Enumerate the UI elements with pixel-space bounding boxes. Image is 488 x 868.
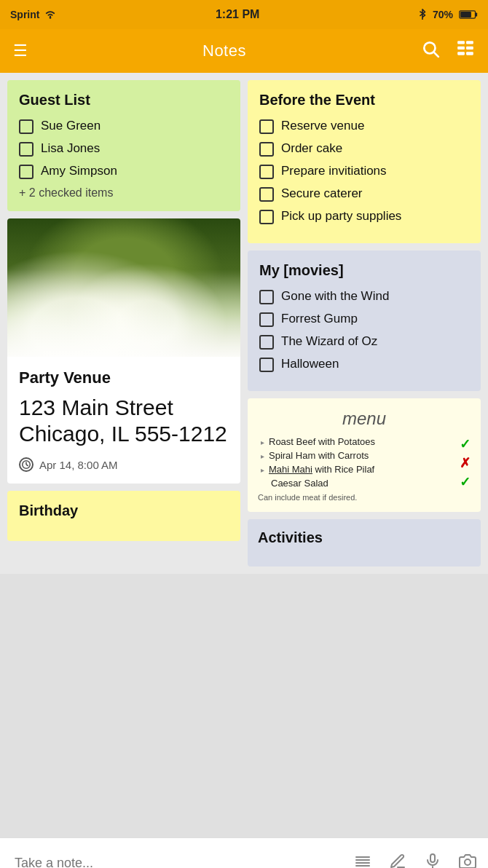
bluetooth-icon — [418, 9, 427, 20]
menu-item-mahi: Mahi Mahi with Rice Pilaf — [269, 464, 374, 475]
svg-line-15 — [26, 465, 28, 466]
menu-caesar: Caesar Salad — [258, 478, 455, 489]
movie-wizard-oz: The Wizard of Oz — [281, 334, 377, 349]
checkbox-pick-up-party-supplies[interactable] — [259, 210, 274, 224]
checkbox-gone-wind[interactable] — [259, 290, 274, 304]
party-venue-image-inner — [7, 218, 240, 357]
checkbox-reserve-venue[interactable] — [259, 119, 274, 134]
list-icon[interactable] — [354, 853, 371, 869]
menu-item-spiral-ham: Spiral Ham with Carrots — [269, 450, 369, 461]
bottom-icons — [354, 853, 476, 869]
before-event-card[interactable]: Before the Event Reserve venue Order cak… — [248, 80, 481, 243]
party-venue-title: Party Venue — [19, 368, 229, 387]
menu-bullet-1: ▸ — [261, 452, 264, 460]
status-left: Sprint — [10, 9, 57, 20]
svg-point-0 — [50, 17, 52, 19]
checkbox-prepare-invitations[interactable] — [259, 165, 274, 179]
svg-rect-3 — [476, 12, 478, 16]
svg-rect-8 — [466, 41, 473, 44]
checked-items-label: + 2 checked items — [19, 186, 229, 200]
battery-label: 70% — [433, 9, 453, 20]
movie-item-0[interactable]: Gone with the Wind — [259, 289, 469, 304]
movie-forrest-gump: Forrest Gump — [281, 312, 358, 326]
guest-list-card[interactable]: Guest List Sue Green Lisa Jones Amy Simp… — [7, 80, 240, 211]
pencil-icon[interactable] — [389, 853, 406, 869]
before-event-item-4[interactable]: Pick up party supplies — [259, 209, 469, 224]
before-event-pick-up: Pick up party supplies — [281, 209, 401, 224]
checkbox-halloween[interactable] — [259, 358, 274, 372]
checkbox-amy-simpson[interactable] — [19, 165, 34, 179]
grid-view-icon[interactable] — [456, 39, 475, 63]
before-event-reserve-venue: Reserve venue — [281, 119, 364, 133]
menu-check-green: ✓ — [460, 436, 471, 452]
toolbar: ☰ Notes — [0, 29, 488, 73]
before-event-item-1[interactable]: Order cake — [259, 141, 469, 157]
svg-line-6 — [434, 52, 438, 57]
party-venue-image — [7, 218, 240, 357]
party-venue-datetime: Apr 14, 8:00 AM — [39, 459, 118, 471]
checkbox-sue-green[interactable] — [19, 119, 34, 134]
battery-icon — [459, 9, 478, 20]
camera-icon[interactable] — [459, 853, 476, 869]
before-event-item-2[interactable]: Prepare invitiations — [259, 164, 469, 179]
svg-rect-4 — [460, 12, 471, 17]
guest-list-item-2[interactable]: Amy Simpson — [19, 164, 229, 179]
party-venue-time: Apr 14, 8:00 AM — [19, 457, 229, 472]
movie-item-3[interactable]: Halloween — [259, 357, 469, 372]
menu-title: menu — [258, 409, 471, 429]
left-column: Guest List Sue Green Lisa Jones Amy Simp… — [7, 80, 240, 567]
menu-icon[interactable]: ☰ — [13, 42, 28, 60]
menu-items-text: ▸ Roast Beef with Potatoes ▸ Spiral Ham … — [258, 436, 455, 490]
movie-item-2[interactable]: The Wizard of Oz — [259, 334, 469, 350]
take-note-input[interactable] — [12, 856, 354, 868]
activities-title: Activities — [258, 529, 471, 546]
menu-note: Can include meat if desired. — [258, 493, 471, 502]
search-icon[interactable] — [421, 39, 440, 63]
before-event-order-cake: Order cake — [281, 141, 342, 156]
activities-card[interactable]: Activities — [248, 519, 481, 567]
guest-list-title: Guest List — [19, 92, 229, 108]
party-venue-content: Party Venue 123 Main Street Chicago, IL … — [7, 357, 240, 484]
before-event-item-0[interactable]: Reserve venue — [259, 119, 469, 134]
status-time: 1:21 PM — [216, 8, 259, 21]
before-event-title: Before the Event — [259, 92, 469, 108]
menu-bullet-2: ▸ — [261, 466, 264, 474]
menu-row-0: ▸ Roast Beef with Potatoes ▸ Spiral Ham … — [258, 436, 471, 490]
svg-rect-9 — [457, 47, 465, 50]
party-venue-card[interactable]: Party Venue 123 Main Street Chicago, IL … — [7, 218, 240, 484]
my-movies-card[interactable]: My [movies] Gone with the Wind Forrest G… — [248, 250, 481, 391]
right-column: Before the Event Reserve venue Order cak… — [248, 80, 481, 567]
menu-bullet-0: ▸ — [261, 438, 264, 446]
notes-grid: Guest List Sue Green Lisa Jones Amy Simp… — [0, 73, 488, 574]
toolbar-title: Notes — [202, 42, 246, 60]
svg-rect-10 — [466, 47, 473, 50]
menu-checks: ✓ ✗ ✓ — [455, 436, 471, 490]
menu-item-2: ▸ Mahi Mahi with Rice Pilaf — [258, 464, 455, 475]
menu-item-roast-beef: Roast Beef with Potatoes — [269, 436, 375, 447]
notes-scroll-area: Guest List Sue Green Lisa Jones Amy Simp… — [0, 73, 488, 837]
menu-card[interactable]: menu ▸ Roast Beef with Potatoes ▸ Spiral… — [248, 398, 481, 512]
checkbox-forrest-gump[interactable] — [259, 312, 274, 327]
movie-gone-wind: Gone with the Wind — [281, 289, 389, 304]
svg-point-23 — [465, 859, 471, 865]
checkbox-wizard-oz[interactable] — [259, 335, 274, 350]
guest-amy-simpson: Amy Simpson — [41, 164, 117, 178]
birthday-card[interactable]: Birthday — [7, 491, 240, 541]
checkbox-lisa-jones[interactable] — [19, 142, 34, 157]
checkbox-order-cake[interactable] — [259, 142, 274, 157]
microphone-icon[interactable] — [424, 853, 441, 869]
toolbar-icons — [421, 39, 475, 63]
before-event-prepare-invitations: Prepare invitiations — [281, 164, 387, 178]
checkbox-secure-caterer[interactable] — [259, 187, 274, 202]
svg-rect-11 — [457, 52, 465, 55]
menu-item-0: ▸ Roast Beef with Potatoes — [258, 436, 455, 447]
menu-check-green2: ✓ — [460, 474, 471, 490]
movie-item-1[interactable]: Forrest Gump — [259, 312, 469, 327]
wifi-icon — [44, 9, 57, 20]
guest-list-item-1[interactable]: Lisa Jones — [19, 141, 229, 157]
birthday-title: Birthday — [19, 502, 229, 519]
guest-list-item-0[interactable]: Sue Green — [19, 119, 229, 134]
before-event-item-3[interactable]: Secure caterer — [259, 186, 469, 202]
svg-rect-12 — [466, 52, 473, 55]
my-movies-title: My [movies] — [259, 262, 469, 279]
